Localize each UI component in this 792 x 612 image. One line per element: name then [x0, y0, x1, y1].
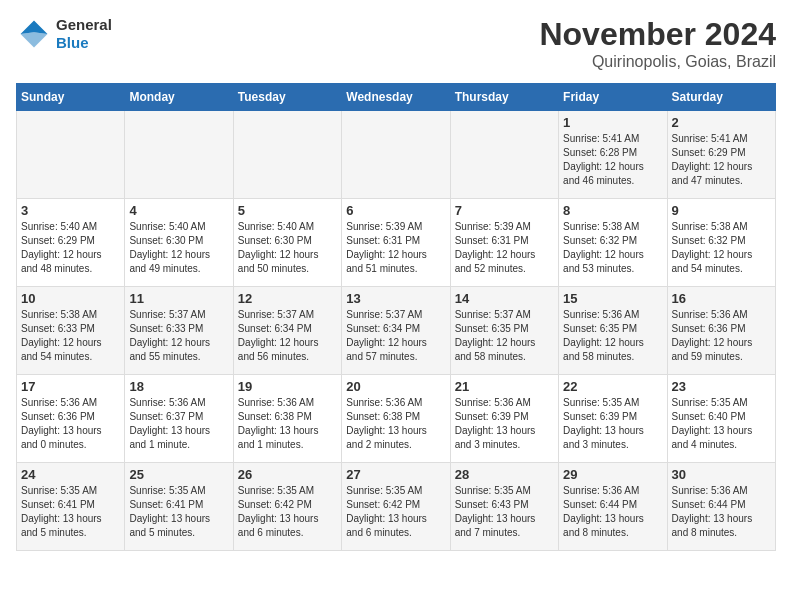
svg-marker-1: [21, 32, 48, 47]
day-cell: 2Sunrise: 5:41 AM Sunset: 6:29 PM Daylig…: [667, 111, 775, 199]
day-number: 5: [238, 203, 337, 218]
logo-line1: General: [56, 16, 112, 33]
day-number: 25: [129, 467, 228, 482]
day-info: Sunrise: 5:35 AM Sunset: 6:43 PM Dayligh…: [455, 484, 554, 540]
day-number: 21: [455, 379, 554, 394]
day-info: Sunrise: 5:41 AM Sunset: 6:29 PM Dayligh…: [672, 132, 771, 188]
day-cell: 28Sunrise: 5:35 AM Sunset: 6:43 PM Dayli…: [450, 463, 558, 551]
day-cell: [125, 111, 233, 199]
day-info: Sunrise: 5:39 AM Sunset: 6:31 PM Dayligh…: [455, 220, 554, 276]
col-header-saturday: Saturday: [667, 84, 775, 111]
header-row: SundayMondayTuesdayWednesdayThursdayFrid…: [17, 84, 776, 111]
day-cell: 24Sunrise: 5:35 AM Sunset: 6:41 PM Dayli…: [17, 463, 125, 551]
day-info: Sunrise: 5:37 AM Sunset: 6:33 PM Dayligh…: [129, 308, 228, 364]
day-info: Sunrise: 5:35 AM Sunset: 6:40 PM Dayligh…: [672, 396, 771, 452]
day-cell: 4Sunrise: 5:40 AM Sunset: 6:30 PM Daylig…: [125, 199, 233, 287]
day-number: 20: [346, 379, 445, 394]
day-info: Sunrise: 5:40 AM Sunset: 6:29 PM Dayligh…: [21, 220, 120, 276]
day-number: 13: [346, 291, 445, 306]
day-cell: 1Sunrise: 5:41 AM Sunset: 6:28 PM Daylig…: [559, 111, 667, 199]
logo-line2: Blue: [56, 34, 89, 51]
day-info: Sunrise: 5:36 AM Sunset: 6:38 PM Dayligh…: [238, 396, 337, 452]
svg-marker-0: [21, 21, 48, 35]
day-info: Sunrise: 5:35 AM Sunset: 6:42 PM Dayligh…: [346, 484, 445, 540]
day-number: 2: [672, 115, 771, 130]
day-number: 15: [563, 291, 662, 306]
day-cell: 29Sunrise: 5:36 AM Sunset: 6:44 PM Dayli…: [559, 463, 667, 551]
logo-text: General Blue: [56, 16, 112, 52]
day-cell: 9Sunrise: 5:38 AM Sunset: 6:32 PM Daylig…: [667, 199, 775, 287]
col-header-thursday: Thursday: [450, 84, 558, 111]
col-header-friday: Friday: [559, 84, 667, 111]
day-cell: 30Sunrise: 5:36 AM Sunset: 6:44 PM Dayli…: [667, 463, 775, 551]
day-info: Sunrise: 5:38 AM Sunset: 6:33 PM Dayligh…: [21, 308, 120, 364]
day-number: 17: [21, 379, 120, 394]
day-number: 12: [238, 291, 337, 306]
calendar-table: SundayMondayTuesdayWednesdayThursdayFrid…: [16, 83, 776, 551]
logo: General Blue: [16, 16, 112, 52]
day-number: 26: [238, 467, 337, 482]
day-number: 29: [563, 467, 662, 482]
day-info: Sunrise: 5:36 AM Sunset: 6:44 PM Dayligh…: [672, 484, 771, 540]
day-cell: [233, 111, 341, 199]
day-cell: [450, 111, 558, 199]
day-number: 28: [455, 467, 554, 482]
day-number: 1: [563, 115, 662, 130]
day-number: 27: [346, 467, 445, 482]
day-cell: [342, 111, 450, 199]
day-info: Sunrise: 5:40 AM Sunset: 6:30 PM Dayligh…: [129, 220, 228, 276]
day-number: 10: [21, 291, 120, 306]
day-cell: 18Sunrise: 5:36 AM Sunset: 6:37 PM Dayli…: [125, 375, 233, 463]
day-cell: 19Sunrise: 5:36 AM Sunset: 6:38 PM Dayli…: [233, 375, 341, 463]
week-row-5: 24Sunrise: 5:35 AM Sunset: 6:41 PM Dayli…: [17, 463, 776, 551]
day-number: 18: [129, 379, 228, 394]
day-info: Sunrise: 5:36 AM Sunset: 6:37 PM Dayligh…: [129, 396, 228, 452]
subtitle: Quirinopolis, Goias, Brazil: [539, 53, 776, 71]
day-number: 30: [672, 467, 771, 482]
day-number: 3: [21, 203, 120, 218]
title-block: November 2024 Quirinopolis, Goias, Brazi…: [539, 16, 776, 71]
day-number: 19: [238, 379, 337, 394]
day-cell: 8Sunrise: 5:38 AM Sunset: 6:32 PM Daylig…: [559, 199, 667, 287]
day-number: 7: [455, 203, 554, 218]
day-cell: 17Sunrise: 5:36 AM Sunset: 6:36 PM Dayli…: [17, 375, 125, 463]
day-info: Sunrise: 5:37 AM Sunset: 6:34 PM Dayligh…: [238, 308, 337, 364]
day-cell: 20Sunrise: 5:36 AM Sunset: 6:38 PM Dayli…: [342, 375, 450, 463]
day-info: Sunrise: 5:35 AM Sunset: 6:41 PM Dayligh…: [21, 484, 120, 540]
day-info: Sunrise: 5:37 AM Sunset: 6:35 PM Dayligh…: [455, 308, 554, 364]
col-header-wednesday: Wednesday: [342, 84, 450, 111]
day-number: 9: [672, 203, 771, 218]
day-info: Sunrise: 5:38 AM Sunset: 6:32 PM Dayligh…: [563, 220, 662, 276]
day-info: Sunrise: 5:38 AM Sunset: 6:32 PM Dayligh…: [672, 220, 771, 276]
col-header-monday: Monday: [125, 84, 233, 111]
day-cell: 25Sunrise: 5:35 AM Sunset: 6:41 PM Dayli…: [125, 463, 233, 551]
day-cell: 16Sunrise: 5:36 AM Sunset: 6:36 PM Dayli…: [667, 287, 775, 375]
day-info: Sunrise: 5:36 AM Sunset: 6:44 PM Dayligh…: [563, 484, 662, 540]
day-cell: 3Sunrise: 5:40 AM Sunset: 6:29 PM Daylig…: [17, 199, 125, 287]
day-number: 8: [563, 203, 662, 218]
day-info: Sunrise: 5:36 AM Sunset: 6:39 PM Dayligh…: [455, 396, 554, 452]
col-header-tuesday: Tuesday: [233, 84, 341, 111]
day-number: 24: [21, 467, 120, 482]
day-info: Sunrise: 5:35 AM Sunset: 6:39 PM Dayligh…: [563, 396, 662, 452]
day-info: Sunrise: 5:36 AM Sunset: 6:36 PM Dayligh…: [21, 396, 120, 452]
day-info: Sunrise: 5:41 AM Sunset: 6:28 PM Dayligh…: [563, 132, 662, 188]
day-number: 14: [455, 291, 554, 306]
day-number: 6: [346, 203, 445, 218]
day-cell: 27Sunrise: 5:35 AM Sunset: 6:42 PM Dayli…: [342, 463, 450, 551]
page-header: General Blue November 2024 Quirinopolis,…: [16, 16, 776, 71]
day-info: Sunrise: 5:35 AM Sunset: 6:41 PM Dayligh…: [129, 484, 228, 540]
day-number: 23: [672, 379, 771, 394]
day-info: Sunrise: 5:39 AM Sunset: 6:31 PM Dayligh…: [346, 220, 445, 276]
day-number: 16: [672, 291, 771, 306]
day-cell: 6Sunrise: 5:39 AM Sunset: 6:31 PM Daylig…: [342, 199, 450, 287]
day-cell: 22Sunrise: 5:35 AM Sunset: 6:39 PM Dayli…: [559, 375, 667, 463]
day-cell: 14Sunrise: 5:37 AM Sunset: 6:35 PM Dayli…: [450, 287, 558, 375]
day-number: 11: [129, 291, 228, 306]
day-cell: 12Sunrise: 5:37 AM Sunset: 6:34 PM Dayli…: [233, 287, 341, 375]
day-info: Sunrise: 5:40 AM Sunset: 6:30 PM Dayligh…: [238, 220, 337, 276]
logo-icon: [16, 16, 52, 52]
day-cell: 23Sunrise: 5:35 AM Sunset: 6:40 PM Dayli…: [667, 375, 775, 463]
day-cell: 10Sunrise: 5:38 AM Sunset: 6:33 PM Dayli…: [17, 287, 125, 375]
week-row-4: 17Sunrise: 5:36 AM Sunset: 6:36 PM Dayli…: [17, 375, 776, 463]
